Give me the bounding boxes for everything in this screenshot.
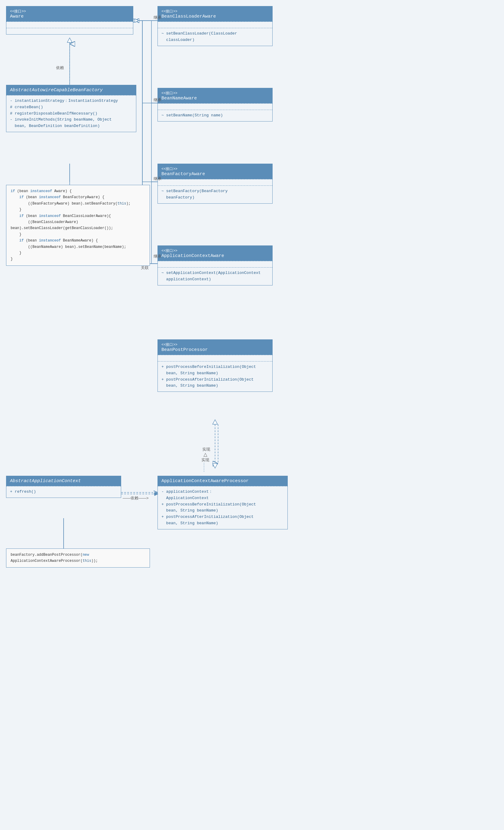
bean-post-processor-box: <<接口>> BeanPostProcessor + postProcessBe… [158, 340, 273, 392]
aac-header: AbstractApplicationContext [6, 476, 121, 486]
bpp-header: <<接口>> BeanPostProcessor [158, 340, 272, 355]
bcla-classname: BeanClassLoaderAware [162, 14, 269, 19]
code-block-2: beanFactory.addBeanPostProcessor(new App… [6, 548, 150, 568]
bfa-header: <<接口>> BeanFactoryAware [158, 164, 272, 179]
bean-class-loader-aware-box: <<接口>> BeanClassLoaderAware ~ setBeanCla… [158, 6, 273, 46]
bean-factory-aware-box: <<接口>> BeanFactoryAware ~ setBeanFactory… [158, 164, 273, 204]
aacbf-header: AbstractAutowireCapableBeanFactory [6, 85, 136, 95]
aacbf-classname: AbstractAutowireCapableBeanFactory [10, 88, 132, 93]
bfa-stereotype: <<接口>> [162, 166, 269, 171]
aacbf-box: AbstractAutowireCapableBeanFactory - ins… [6, 85, 136, 132]
code-block-1: if (bean instanceof Aware) { if (bean in… [6, 185, 150, 266]
aac-box: AbstractApplicationContext + refresh() [6, 476, 121, 498]
aca-header: <<接口>> ApplicationContextAware [158, 246, 272, 261]
acap-box: ApplicationContextAwareProcessor - appli… [158, 476, 288, 530]
bpp-body: + postProcessBeforeInitialization(Object… [158, 361, 272, 391]
bean-name-aware-box: <<接口>> BeanNameAware ~ setBeanName(Strin… [158, 88, 273, 122]
svg-marker-24 [67, 38, 72, 42]
bna-body: ~ setBeanName(String name) [158, 110, 272, 121]
bpp-classname: BeanPostProcessor [162, 347, 269, 352]
application-context-aware-box: <<接口>> ApplicationContextAware ~ setAppl… [158, 246, 273, 285]
svg-marker-28 [213, 464, 217, 468]
rely2-label: ——依赖——> [123, 496, 149, 501]
associate-label: 关联 [141, 265, 149, 270]
bfa-classname: BeanFactoryAware [162, 171, 269, 177]
svg-marker-11 [133, 19, 137, 23]
aac-classname: AbstractApplicationContext [10, 478, 117, 484]
bcla-body: ~ setBeanClassLoader(ClassLoader classLo… [158, 28, 272, 46]
aca-classname: ApplicationContextAware [162, 253, 269, 258]
bna-classname: BeanNameAware [162, 96, 269, 101]
bcla-header: <<接口>> BeanClassLoaderAware [158, 6, 272, 22]
acap-header: ApplicationContextAwareProcessor [158, 476, 288, 486]
aacbf-body: - instantiationStrategy：InstantiationStr… [6, 95, 136, 132]
rely-label: 依赖 [56, 65, 64, 71]
aware-box: <<接口>> Aware [6, 6, 133, 35]
bpp-stereotype: <<接口>> [162, 342, 269, 347]
aware-body2 [6, 28, 133, 34]
aca-body: ~ setApplicationContext(ApplicationConte… [158, 267, 272, 285]
aware-body [6, 22, 133, 28]
diagram-container: <<接口>> Aware <<接口>> BeanClassLoaderAware… [0, 0, 504, 830]
aac-body: + refresh() [6, 486, 121, 498]
svg-marker-29 [213, 420, 217, 424]
svg-marker-22 [135, 19, 139, 23]
bpp-body-empty [158, 355, 272, 361]
aca-stereotype: <<接口>> [162, 248, 269, 253]
aware-header: <<接口>> Aware [6, 6, 133, 22]
svg-text:实现: 实现 [202, 447, 210, 451]
aware-classname: Aware [10, 14, 129, 19]
bfa-body-empty [158, 179, 272, 186]
acap-classname: ApplicationContextAwareProcessor [162, 478, 284, 484]
bna-stereotype: <<接口>> [162, 91, 269, 96]
bcla-body-empty [158, 22, 272, 28]
bna-body-empty [158, 103, 272, 110]
aca-body-empty [158, 261, 272, 267]
implement-label: △ 实现 [201, 451, 209, 472]
aware-stereotype: <<接口>> [10, 9, 129, 14]
bfa-body: ~ setBeanFactory(BeanFactory beanFactory… [158, 186, 272, 203]
acap-body: - applicationContext： ApplicationContext… [158, 486, 288, 529]
bna-header: <<接口>> BeanNameAware [158, 88, 272, 103]
bcla-stereotype: <<接口>> [162, 9, 269, 14]
